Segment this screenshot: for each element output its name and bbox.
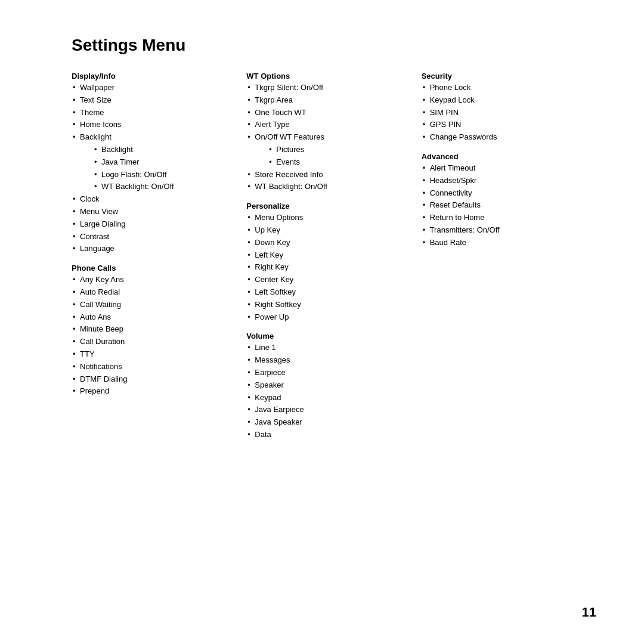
list-item: Data — [246, 429, 409, 441]
list-item: DTMF Dialing — [72, 373, 234, 386]
section: AdvancedAlert TimeoutHeadset/SpkrConnect… — [422, 152, 584, 249]
list-item: Line 1 — [246, 342, 409, 354]
list-item: Clock — [72, 193, 234, 206]
list-item: Messages — [246, 354, 409, 367]
list-item: Reset Defaults — [422, 199, 584, 212]
list-item: Java Earpiece — [246, 404, 409, 416]
list-item: Phone Lock — [422, 82, 584, 94]
list-item: Prepend — [72, 385, 234, 398]
list-item: Right Key — [246, 261, 409, 274]
list-item: Call Waiting — [72, 299, 234, 311]
list-item: Text Size — [72, 94, 234, 107]
list-item: Right Softkey — [246, 299, 409, 311]
list-item: Theme — [72, 107, 234, 119]
list-item: Events — [268, 156, 409, 169]
section-list: Phone LockKeypad LockSIM PINGPS PINChang… — [422, 82, 584, 144]
section: PersonalizeMenu OptionsUp KeyDown KeyLef… — [246, 202, 409, 323]
list-item: Auto Redial — [72, 286, 234, 299]
list-item: Left Softkey — [246, 286, 409, 299]
list-item: Tkgrp Silent: On/Off — [246, 82, 409, 94]
list-item: Headset/Spkr — [422, 175, 584, 187]
list-item: Speaker — [246, 379, 409, 392]
page-number: 11 — [582, 605, 596, 620]
list-item: SIM PIN — [422, 107, 584, 119]
list-item: Logo Flash: On/Off — [93, 169, 234, 181]
list-item: Java Timer — [93, 156, 234, 169]
section-list: Tkgrp Silent: On/OffTkgrp AreaOne Touch … — [246, 82, 409, 193]
list-item: Large Dialing — [72, 218, 234, 231]
list-item: Left Key — [246, 249, 409, 262]
list-item: Center Key — [246, 274, 409, 286]
section-list: Alert TimeoutHeadset/SpkrConnectivityRes… — [422, 162, 584, 249]
list-item: Menu Options — [246, 212, 409, 224]
section: WT OptionsTkgrp Silent: On/OffTkgrp Area… — [246, 72, 409, 193]
list-item: Connectivity — [422, 187, 584, 200]
list-item: Power Up — [246, 311, 409, 324]
column-3: SecurityPhone LockKeypad LockSIM PINGPS … — [422, 72, 596, 258]
list-item: BacklightBacklightJava TimerLogo Flash: … — [72, 131, 234, 193]
section: Phone CallsAny Key AnsAuto RedialCall Wa… — [72, 264, 234, 398]
list-item: WT Backlight: On/Off — [93, 181, 234, 193]
column-1: Display/InfoWallpaperText SizeThemeHome … — [72, 72, 246, 406]
list-item: Pictures — [268, 144, 409, 156]
section-title: Personalize — [246, 202, 409, 210]
section-list: Any Key AnsAuto RedialCall WaitingAuto A… — [72, 274, 234, 398]
page: Settings Menu Display/InfoWallpaperText … — [0, 0, 644, 644]
section-title: Volume — [246, 332, 409, 340]
list-item: Alert Timeout — [422, 162, 584, 175]
list-item: Wallpaper — [72, 82, 234, 94]
columns-container: Display/InfoWallpaperText SizeThemeHome … — [72, 72, 596, 450]
list-item: Down Key — [246, 237, 409, 249]
list-item: WT Backlight: On/Off — [246, 181, 409, 193]
list-item: Up Key — [246, 224, 409, 237]
section-list: Menu OptionsUp KeyDown KeyLeft KeyRight … — [246, 212, 409, 323]
section-title: Phone Calls — [72, 264, 234, 273]
list-item: Minute Beep — [72, 323, 234, 336]
list-item: Alert Type — [246, 119, 409, 131]
list-item: Change Passwords — [422, 131, 584, 144]
list-item: Language — [72, 243, 234, 255]
section-title: Display/Info — [72, 72, 234, 80]
section: Display/InfoWallpaperText SizeThemeHome … — [72, 72, 234, 255]
list-item: Home Icons — [72, 119, 234, 131]
list-item: GPS PIN — [422, 119, 584, 131]
sub-list: BacklightJava TimerLogo Flash: On/OffWT … — [80, 144, 234, 193]
section-list: Line 1MessagesEarpieceSpeakerKeypadJava … — [246, 342, 409, 441]
list-item: Any Key Ans — [72, 274, 234, 286]
list-item: Menu View — [72, 206, 234, 218]
section-list: WallpaperText SizeThemeHome IconsBacklig… — [72, 82, 234, 255]
list-item: Keypad Lock — [422, 94, 584, 107]
list-item: Java Speaker — [246, 416, 409, 429]
list-item: Baud Rate — [422, 237, 584, 249]
list-item: Tkgrp Area — [246, 94, 409, 107]
list-item: Auto Ans — [72, 311, 234, 324]
list-item: Earpiece — [246, 367, 409, 379]
section: VolumeLine 1MessagesEarpieceSpeakerKeypa… — [246, 332, 409, 441]
section-title: Advanced — [422, 152, 584, 161]
page-title: Settings Menu — [72, 36, 596, 55]
list-item: Keypad — [246, 392, 409, 404]
list-item: Backlight — [93, 144, 234, 156]
list-item: One Touch WT — [246, 107, 409, 119]
column-2: WT OptionsTkgrp Silent: On/OffTkgrp Area… — [246, 72, 421, 450]
section-title: Security — [422, 72, 584, 80]
list-item: TTY — [72, 348, 234, 361]
section-title: WT Options — [246, 72, 409, 80]
list-item: Transmitters: On/Off — [422, 224, 584, 237]
list-item: On/Off WT FeaturesPicturesEvents — [246, 131, 409, 168]
section: SecurityPhone LockKeypad LockSIM PINGPS … — [422, 72, 584, 144]
list-item: Call Duration — [72, 336, 234, 348]
list-item: Return to Home — [422, 212, 584, 224]
list-item: Store Received Info — [246, 169, 409, 181]
sub-list: PicturesEvents — [255, 144, 409, 169]
list-item: Notifications — [72, 361, 234, 373]
list-item: Contrast — [72, 231, 234, 243]
